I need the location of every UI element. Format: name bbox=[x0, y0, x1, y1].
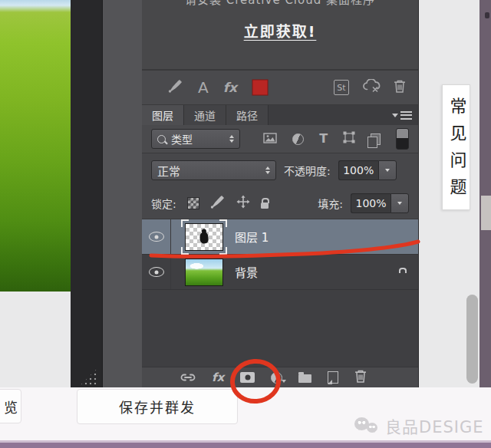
adobe-stock-icon[interactable]: St bbox=[334, 80, 349, 95]
document-pasteboard bbox=[71, 0, 102, 387]
wechat-icon bbox=[354, 416, 379, 436]
layers-panel: 请安装 Creative Cloud 桌面程序 立即获取! A fx St bbox=[142, 0, 419, 387]
delete-layer-trash-icon[interactable] bbox=[354, 370, 367, 386]
opacity-dropdown-button[interactable] bbox=[378, 160, 397, 180]
new-group-folder-icon[interactable] bbox=[298, 374, 311, 383]
promo-text: 请安装 Creative Cloud 桌面程序 bbox=[142, 0, 418, 7]
panel-menu-icon[interactable] bbox=[392, 105, 418, 125]
opacity-control: 100% bbox=[338, 160, 397, 180]
lock-label: 锁定: bbox=[151, 196, 176, 211]
layer-filter-bar: 类型 T bbox=[142, 125, 418, 153]
filter-toggle-switch-icon[interactable] bbox=[396, 128, 409, 150]
layer1-thumbnail-wrap bbox=[185, 223, 223, 251]
library-item-toolbar: A fx St bbox=[142, 69, 418, 105]
document-canvas-image bbox=[0, 0, 71, 292]
thumb-bracket-icon bbox=[181, 219, 189, 227]
select-updown-icon bbox=[229, 135, 234, 143]
layers-list: 图层 1 背景 bbox=[142, 219, 418, 367]
lock-pixels-brush-icon[interactable] bbox=[210, 195, 226, 212]
tab-channels[interactable]: 通道 bbox=[184, 105, 226, 125]
scrollbar-thumb[interactable] bbox=[466, 295, 478, 384]
promo-text-clipped: 请安装 Creative Cloud 桌面程序 bbox=[142, 0, 418, 7]
library-toolbar-right: St bbox=[334, 79, 406, 96]
blend-mode-value: 正常 bbox=[157, 163, 180, 179]
layer-name[interactable]: 背景 bbox=[235, 264, 258, 280]
visibility-cell bbox=[142, 219, 171, 254]
cc-libraries-panel: 请安装 Creative Cloud 桌面程序 立即获取! bbox=[142, 0, 418, 69]
faq-tab-label: 常见问题 bbox=[448, 97, 465, 205]
faq-side-tab[interactable]: 常见问题 bbox=[442, 84, 470, 210]
fill-control: 填充: 100% bbox=[318, 193, 409, 213]
opacity-label: 不透明度: bbox=[284, 163, 331, 178]
opacity-value[interactable]: 100% bbox=[338, 160, 378, 180]
eye-icon[interactable] bbox=[149, 232, 164, 242]
panel-dock-gutter bbox=[102, 0, 143, 387]
pixel-filter-icon[interactable] bbox=[263, 132, 277, 147]
get-now-link[interactable]: 立即获取! bbox=[142, 20, 418, 41]
text-style-icon[interactable]: A bbox=[198, 80, 209, 95]
new-layer-icon[interactable] bbox=[328, 371, 338, 384]
shape-filter-icon[interactable] bbox=[343, 131, 355, 147]
smart-object-filter-icon[interactable] bbox=[371, 133, 381, 145]
layer-style-button-icon[interactable]: fx bbox=[212, 372, 224, 384]
right-edge-patch bbox=[481, 196, 491, 230]
filter-type-icons: T bbox=[263, 131, 381, 147]
lock-transparency-icon[interactable] bbox=[187, 197, 199, 209]
thumb-bracket-icon bbox=[219, 219, 227, 227]
layer-style-icon[interactable]: fx bbox=[223, 81, 237, 94]
link-layers-icon[interactable] bbox=[180, 371, 196, 385]
search-icon bbox=[157, 135, 166, 143]
brush-icon[interactable] bbox=[168, 79, 183, 96]
layer-name[interactable]: 图层 1 bbox=[235, 229, 269, 245]
save-and-broadcast-button[interactable]: 保存并群发 bbox=[77, 389, 238, 424]
background-thumbnail[interactable] bbox=[185, 259, 223, 286]
tab-paths[interactable]: 路径 bbox=[226, 105, 269, 125]
layer-row-background[interactable]: 背景 bbox=[142, 255, 418, 290]
lock-all-icon[interactable] bbox=[261, 203, 269, 209]
photoshop-screenshot-page: 请安装 Creative Cloud 桌面程序 立即获取! A fx St bbox=[0, 0, 491, 448]
filter-kind-select[interactable]: 类型 bbox=[151, 129, 240, 149]
blend-mode-bar: 正常 不透明度: 100% bbox=[142, 153, 418, 187]
thumb-bracket-icon bbox=[219, 247, 227, 255]
preview-button[interactable]: 览 bbox=[0, 389, 21, 423]
lock-bar: 锁定: 填充: 100% bbox=[142, 187, 418, 219]
new-adjustment-layer-icon[interactable] bbox=[271, 372, 282, 384]
add-layer-mask-icon[interactable] bbox=[240, 372, 255, 383]
tab-layers[interactable]: 图层 bbox=[142, 105, 184, 125]
panel-tab-bar: 图层 通道 路径 bbox=[142, 105, 418, 125]
background-thumbnail-wrap bbox=[185, 259, 223, 286]
fill-dropdown-button[interactable] bbox=[390, 193, 409, 213]
layer1-figure-silhouette bbox=[199, 232, 209, 244]
blend-mode-select[interactable]: 正常 bbox=[151, 160, 276, 180]
panel-menu-lines-icon bbox=[400, 111, 412, 120]
bottom-purple-strip bbox=[0, 440, 491, 448]
trash-icon[interactable] bbox=[394, 80, 406, 96]
fill-label: 填充: bbox=[318, 196, 343, 211]
filter-kind-label: 类型 bbox=[171, 131, 193, 147]
watermark-text: 良品DESIGE bbox=[385, 414, 484, 437]
select-updown-icon bbox=[265, 166, 270, 175]
right-edge-dot bbox=[485, 12, 489, 18]
cloud-sync-off-icon[interactable] bbox=[362, 79, 381, 96]
layer1-thumbnail[interactable] bbox=[185, 223, 223, 251]
color-swatch[interactable] bbox=[252, 79, 269, 96]
adjustment-filter-icon[interactable] bbox=[292, 133, 304, 145]
layer-row-layer1[interactable]: 图层 1 bbox=[142, 219, 418, 255]
watermark: 良品DESIGE bbox=[354, 414, 484, 437]
visibility-cell bbox=[142, 255, 171, 289]
panel-menu-arrow-icon bbox=[392, 114, 398, 120]
type-filter-icon[interactable]: T bbox=[319, 133, 328, 145]
eye-icon[interactable] bbox=[149, 267, 164, 277]
fill-value[interactable]: 100% bbox=[351, 193, 390, 213]
lock-position-icon[interactable] bbox=[236, 195, 250, 212]
thumb-bracket-icon bbox=[181, 247, 189, 255]
layers-panel-bottom-bar: fx bbox=[142, 367, 418, 387]
